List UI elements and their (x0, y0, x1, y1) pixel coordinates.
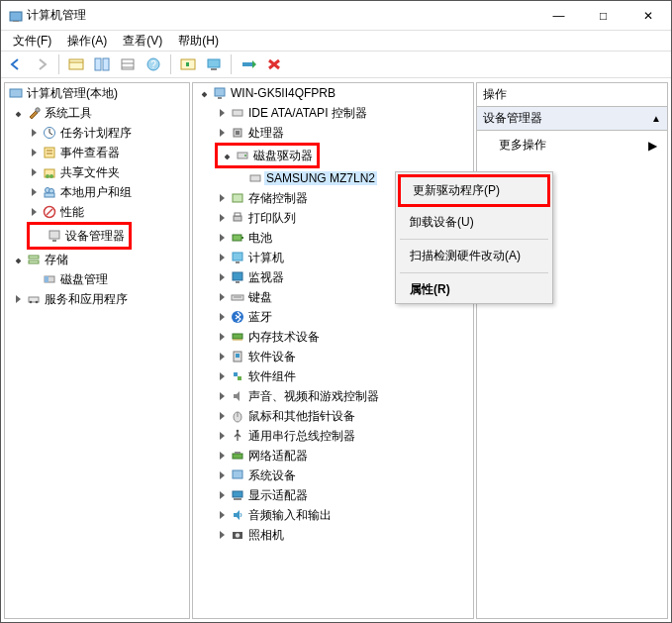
svg-rect-61 (236, 354, 240, 358)
expander-icon[interactable] (215, 390, 229, 402)
toolbar-icon-2[interactable] (91, 53, 113, 75)
dev-audio[interactable]: 音频输入和输出 (193, 505, 473, 525)
toolbar-delete-icon[interactable] (263, 53, 285, 75)
maximize-button[interactable]: □ (581, 1, 625, 31)
expander-icon[interactable] (215, 291, 229, 303)
menu-action[interactable]: 操作(A) (59, 31, 115, 52)
expander-icon[interactable] (11, 107, 25, 119)
dev-memtech[interactable]: 内存技术设备 (193, 327, 473, 347)
toolbar-icon-3[interactable] (117, 53, 139, 75)
expander-icon[interactable] (215, 509, 229, 521)
actions-more-label: 更多操作 (499, 137, 546, 154)
nav-devmgr[interactable]: 设备管理器 (32, 226, 127, 246)
expander-icon[interactable] (11, 254, 25, 265)
back-button[interactable] (5, 53, 27, 75)
ctx-uninstall[interactable]: 卸载设备(U) (396, 209, 552, 236)
collapse-icon[interactable]: ▲ (651, 113, 661, 124)
nav-localusers[interactable]: 本地用户和组 (5, 182, 189, 202)
nav-root[interactable]: 计算机管理(本地) (5, 83, 189, 103)
menu-file[interactable]: 文件(F) (5, 31, 59, 52)
dev-root[interactable]: WIN-GK5II4QFPRB (193, 83, 473, 103)
dev-display[interactable]: 显示适配器 (193, 485, 473, 505)
dev-label: 存储控制器 (246, 190, 310, 207)
expander-icon[interactable] (11, 293, 25, 305)
dev-sysdev[interactable]: 系统设备 (193, 466, 473, 485)
ctx-update-driver[interactable]: 更新驱动程序(P) (403, 179, 545, 202)
actions-more[interactable]: 更多操作 ▶ (477, 131, 667, 159)
svg-rect-45 (250, 175, 260, 181)
svg-rect-58 (233, 334, 242, 339)
svg-rect-15 (242, 62, 252, 66)
expander-icon[interactable] (215, 212, 229, 224)
dev-swcomp[interactable]: 软件组件 (193, 366, 473, 386)
expander-icon[interactable] (215, 489, 229, 501)
svg-rect-48 (235, 213, 240, 216)
nav-label: 本地用户和组 (58, 184, 134, 201)
expander-icon[interactable] (197, 87, 211, 99)
dev-mouse[interactable]: 鼠标和其他指针设备 (193, 406, 473, 426)
toolbar-icon-1[interactable] (65, 53, 87, 75)
expander-icon[interactable] (27, 166, 41, 178)
dev-software[interactable]: 软件设备 (193, 347, 473, 366)
expander-icon[interactable] (215, 252, 229, 263)
dev-label: 照相机 (246, 527, 286, 544)
expander-icon[interactable] (27, 147, 41, 158)
nav-svcapps[interactable]: 服务和应用程序 (5, 289, 189, 309)
expander-icon[interactable] (215, 529, 229, 541)
dev-bluetooth[interactable]: 蓝牙 (193, 307, 473, 327)
ctx-scan[interactable]: 扫描检测硬件改动(A) (396, 243, 552, 269)
actions-section[interactable]: 设备管理器 ▲ (477, 107, 667, 131)
expander-icon[interactable] (215, 107, 229, 119)
nav-diskmgmt[interactable]: 磁盘管理 (5, 269, 189, 289)
svg-rect-62 (234, 372, 238, 376)
close-button[interactable]: ✕ (625, 1, 671, 31)
dev-cpu[interactable]: 处理器 (193, 123, 473, 143)
menu-help[interactable]: 帮助(H) (170, 31, 227, 52)
nav-scheduler[interactable]: 任务计划程序 (5, 123, 189, 143)
ctx-properties[interactable]: 属性(R) (396, 276, 552, 303)
nav-eventvwr[interactable]: 事件查看器 (5, 143, 189, 162)
dev-ide[interactable]: IDE ATA/ATAPI 控制器 (193, 103, 473, 123)
expander-icon[interactable] (215, 370, 229, 382)
expander-icon[interactable] (27, 186, 41, 198)
dev-label: 计算机 (246, 250, 286, 266)
toolbar-icon-scan[interactable] (238, 53, 259, 75)
expander-icon[interactable] (215, 450, 229, 462)
expander-icon[interactable] (220, 150, 234, 161)
app-icon (9, 9, 23, 23)
svg-point-73 (236, 533, 240, 537)
actions-section-label: 设备管理器 (483, 110, 542, 127)
nav-systools[interactable]: 系统工具 (5, 103, 189, 123)
expander-icon[interactable] (215, 351, 229, 363)
dev-camera[interactable]: 照相机 (193, 525, 473, 545)
forward-button[interactable] (31, 53, 52, 75)
menu-view[interactable]: 查看(V) (115, 31, 170, 52)
toolbar-help-icon[interactable]: ? (143, 53, 164, 75)
expander-icon[interactable] (215, 311, 229, 323)
minimize-button[interactable]: — (536, 1, 581, 31)
nav-storage[interactable]: 存储 (5, 250, 189, 269)
expander-icon[interactable] (27, 127, 41, 139)
nav-shared[interactable]: 共享文件夹 (5, 162, 189, 182)
expander-icon[interactable] (215, 232, 229, 244)
expander-icon[interactable] (215, 127, 229, 139)
expander-icon[interactable] (215, 331, 229, 343)
dev-diskdrives[interactable]: 磁盘驱动器 (220, 146, 315, 165)
expander-icon[interactable] (215, 192, 229, 204)
expander-icon[interactable] (215, 271, 229, 283)
toolbar-icon-pc[interactable] (203, 53, 225, 75)
expander-icon[interactable] (215, 430, 229, 442)
expander-icon[interactable] (215, 469, 229, 481)
monitor-icon (229, 269, 246, 285)
svg-point-24 (49, 174, 53, 178)
dev-label: 键盘 (246, 289, 274, 306)
svg-rect-46 (233, 194, 242, 202)
toolbar-icon-5[interactable] (177, 53, 199, 75)
dev-nic[interactable]: 网络适配器 (193, 446, 473, 466)
dev-audvid[interactable]: 声音、视频和游戏控制器 (193, 386, 473, 406)
expander-icon[interactable] (27, 206, 41, 218)
expander-icon[interactable] (215, 410, 229, 422)
svg-rect-14 (211, 68, 217, 70)
dev-usb[interactable]: 通用串行总线控制器 (193, 426, 473, 446)
nav-perf[interactable]: 性能 (5, 202, 189, 222)
